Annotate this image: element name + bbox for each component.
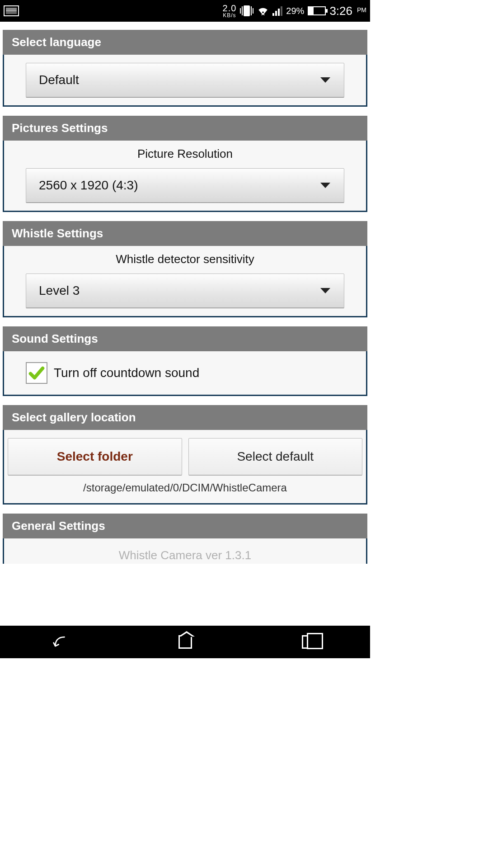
battery-percent: 29%: [286, 6, 304, 16]
section-header-pictures: Pictures Settings: [3, 116, 367, 141]
countdown-sound-checkbox[interactable]: [26, 362, 47, 384]
recent-apps-icon: [302, 635, 315, 649]
gallery-path: /storage/emulated/0/DCIM/WhistleCamera: [17, 481, 353, 494]
select-default-button[interactable]: Select default: [188, 438, 363, 475]
clock-ampm: PM: [357, 6, 366, 14]
running-app-icon: [4, 5, 19, 16]
home-icon: [178, 635, 192, 649]
section-header-language: Select language: [3, 30, 367, 55]
vibrate-icon: [240, 5, 253, 16]
select-folder-label: Select folder: [57, 449, 133, 464]
countdown-sound-label: Turn off countdown sound: [54, 366, 199, 380]
sensitivity-spinner[interactable]: Level 3: [26, 274, 344, 308]
chevron-down-icon: [320, 183, 330, 188]
section-header-sound: Sound Settings: [3, 326, 367, 351]
picture-resolution-label: Picture Resolution: [26, 147, 344, 161]
select-default-label: Select default: [237, 449, 314, 464]
whistle-sensitivity-label: Whistle detector sensitivity: [26, 252, 344, 266]
chevron-down-icon: [320, 288, 330, 293]
section-general: General Settings Whistle Camera ver 1.3.…: [3, 514, 367, 564]
wifi-icon: [257, 6, 269, 16]
settings-scroll[interactable]: Select language Default Pictures Setting…: [0, 22, 370, 626]
status-bar: 2.0 KB/s 29% 3:26 PM: [0, 0, 370, 22]
home-button[interactable]: [173, 633, 197, 651]
recent-apps-button[interactable]: [296, 633, 321, 651]
section-language: Select language Default: [3, 30, 367, 107]
section-header-gallery: Select gallery location: [3, 405, 367, 430]
section-whistle: Whistle Settings Whistle detector sensit…: [3, 221, 367, 317]
section-header-general: General Settings: [3, 514, 367, 538]
language-spinner[interactable]: Default: [26, 63, 344, 97]
network-speed: 2.0 KB/s: [223, 4, 237, 18]
section-pictures: Pictures Settings Picture Resolution 256…: [3, 116, 367, 212]
language-spinner-value: Default: [39, 73, 79, 87]
select-folder-button[interactable]: Select folder: [8, 438, 182, 475]
resolution-spinner[interactable]: 2560 x 1920 (4:3): [26, 168, 344, 203]
resolution-spinner-value: 2560 x 1920 (4:3): [39, 178, 138, 193]
battery-icon: [308, 6, 326, 15]
clock-time: 3:26: [329, 4, 352, 18]
section-sound: Sound Settings Turn off countdown sound: [3, 326, 367, 396]
countdown-sound-row[interactable]: Turn off countdown sound: [26, 359, 344, 387]
navigation-bar: [0, 626, 370, 658]
sensitivity-spinner-value: Level 3: [39, 283, 80, 298]
section-header-whistle: Whistle Settings: [3, 221, 367, 246]
checkmark-icon: [28, 365, 45, 381]
chevron-down-icon: [320, 77, 330, 83]
section-gallery: Select gallery location Select folder Se…: [3, 405, 367, 505]
cellular-icon: [272, 6, 282, 16]
app-version: Whistle Camera ver 1.3.1: [4, 548, 366, 562]
back-button[interactable]: [50, 633, 74, 651]
